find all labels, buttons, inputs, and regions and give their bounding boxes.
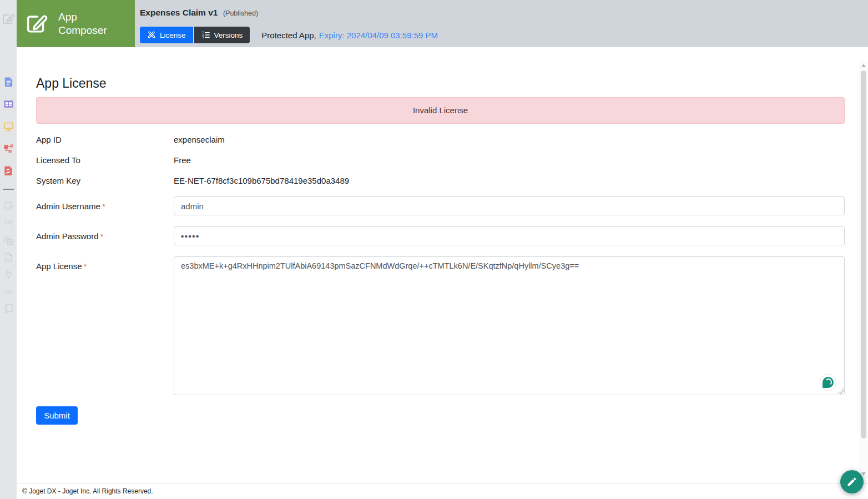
logs-icon[interactable]	[3, 303, 14, 314]
pages-icon[interactable]	[3, 252, 14, 263]
brand-label: AppComposer	[58, 11, 107, 37]
report-builder-icon[interactable]	[3, 165, 14, 176]
admin-username-row: Admin Username*	[36, 196, 845, 215]
licensed-to-value: Free	[174, 155, 191, 165]
plugins-icon[interactable]	[3, 269, 14, 279]
form-builder-icon[interactable]	[3, 77, 14, 87]
footer: © Joget DX - Joget Inc. All Rights Reser…	[17, 483, 868, 499]
header-button-group: License 1 2 3 Versions	[140, 27, 250, 43]
performance-icon[interactable]	[3, 286, 14, 296]
admin-username-label: Admin Username*	[36, 201, 174, 211]
userview-builder-icon[interactable]	[3, 121, 14, 132]
system-key-value: EE-NET-67f8cf3c109b675bd78419e35d0a3489	[174, 176, 349, 185]
process-builder-icon[interactable]	[3, 143, 14, 154]
admin-password-field[interactable]	[174, 226, 845, 245]
license-panel: App License Invalid License App ID expen…	[17, 47, 868, 499]
system-key-label: System Key	[36, 176, 174, 185]
required-asterisk: *	[102, 201, 105, 211]
notes-icon[interactable]	[3, 200, 14, 211]
svg-text:3: 3	[202, 36, 204, 39]
app-license-textarea[interactable]: es3bxME+k+g4RxHHnpim2TUlfAbiA69143pmSazC…	[174, 256, 845, 395]
header: AppComposer Expenses Claim v1 (Published…	[17, 0, 868, 47]
submit-button[interactable]: Submit	[36, 406, 78, 425]
versions-button[interactable]: 1 2 3 Versions	[194, 27, 250, 43]
scroll-up-arrow[interactable]	[861, 64, 866, 67]
scroll-down-arrow[interactable]	[861, 472, 866, 476]
protected-app-text: Protected App,	[261, 31, 316, 40]
license-button-label: License	[160, 31, 186, 39]
rail-divider	[3, 189, 14, 190]
admin-password-label: Admin Password*	[36, 231, 174, 241]
variables-glyph: {x}	[4, 219, 13, 225]
vertical-scrollbar[interactable]	[859, 61, 868, 478]
app-id-row: App ID expenseclaim	[36, 135, 845, 144]
license-button[interactable]: License	[140, 27, 193, 43]
datalist-builder-icon[interactable]	[3, 99, 14, 109]
app-license-label: App License*	[36, 261, 174, 271]
expiry-link[interactable]: Expiry: 2024/04/09 03:59:59 PM	[319, 31, 438, 40]
required-asterisk: *	[100, 231, 104, 241]
textarea-resize-handle[interactable]	[837, 387, 844, 394]
edit-fab-button[interactable]	[840, 470, 864, 493]
grammar-checker-icon[interactable]	[820, 374, 836, 391]
versions-button-label: Versions	[214, 31, 243, 39]
page-title: App License	[36, 75, 845, 92]
crossed-pencils-icon	[147, 31, 156, 39]
system-key-row: System Key EE-NET-67f8cf3c109b675bd78419…	[36, 176, 845, 185]
admin-username-field[interactable]	[174, 196, 845, 215]
scrollbar-thumb[interactable]	[861, 70, 866, 438]
app-id-value: expenseclaim	[174, 135, 225, 144]
numbered-list-icon: 1 2 3	[201, 31, 210, 39]
localization-icon[interactable]	[3, 235, 14, 246]
pencil-square-icon	[25, 12, 49, 36]
invalid-license-alert: Invalid License	[36, 97, 845, 124]
admin-password-row: Admin Password*	[36, 226, 845, 245]
module-rail: {x}	[0, 0, 17, 499]
licensed-to-label: Licensed To	[36, 155, 174, 165]
required-asterisk: *	[84, 261, 87, 271]
app-license-row: App License* es3bxME+k+g4RxHHnpim2TUlfAb…	[36, 256, 845, 395]
app-id-label: App ID	[36, 135, 174, 144]
licensed-to-row: Licensed To Free	[36, 155, 845, 165]
app-status-badge: (Published)	[223, 9, 258, 17]
variables-icon[interactable]: {x}	[3, 217, 14, 228]
edit-icon	[2, 12, 15, 26]
app-title-row: Expenses Claim v1 (Published)	[140, 8, 258, 18]
app-composer-brand[interactable]: AppComposer	[17, 0, 135, 47]
app-title: Expenses Claim v1	[140, 8, 218, 17]
pencil-icon	[846, 476, 857, 487]
